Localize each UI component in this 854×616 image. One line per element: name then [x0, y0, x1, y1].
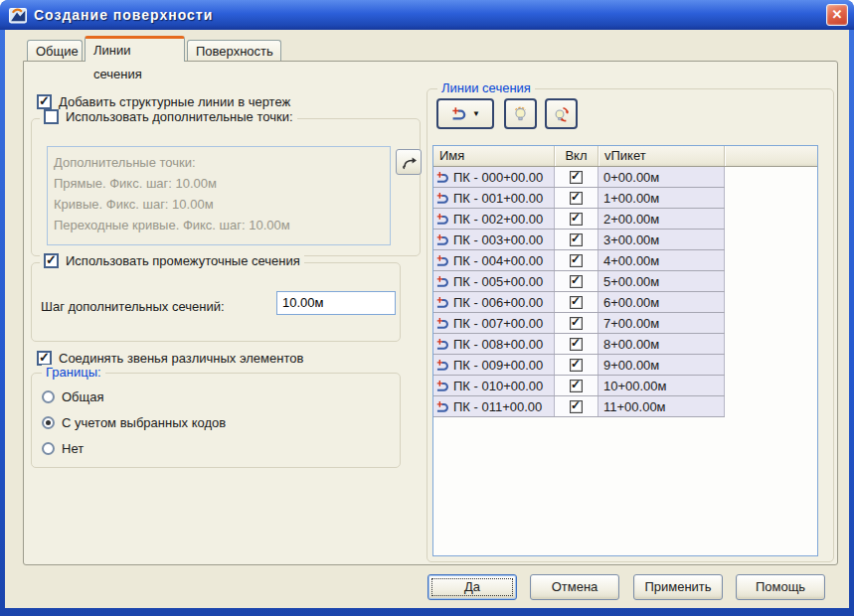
radio-common[interactable] — [42, 390, 55, 403]
add-structural-lines-checkbox[interactable] — [37, 94, 52, 109]
connect-links-checkbox[interactable] — [37, 351, 52, 366]
row-station: 6+00.00м — [603, 295, 659, 310]
radio-common-label: Общая — [62, 389, 104, 404]
ok-button[interactable]: Да — [427, 574, 517, 600]
row-enabled-checkbox[interactable] — [570, 380, 583, 392]
row-enabled-checkbox[interactable] — [570, 254, 583, 267]
table-row[interactable]: ПК - 011+00.00 11+00.00м — [433, 396, 817, 417]
section-line-icon — [435, 359, 450, 372]
section-line-icon — [450, 106, 468, 121]
info-line: Прямые. Фикс. шаг: 10.00м — [54, 173, 384, 194]
window-title: Создание поверхности — [34, 7, 213, 23]
table-row[interactable]: ПК - 000+00.00 0+00.00м — [433, 167, 817, 188]
section-lines-group: Линии сечения ▼ Имя Вкл vПикет — [427, 88, 834, 562]
titlebar[interactable]: Создание поверхности ✕ — [0, 0, 854, 30]
row-name: ПК - 009+00.00 — [453, 358, 543, 373]
additional-points-group: Использовать дополнительные точки: Допол… — [31, 118, 421, 256]
intermediate-sections-group: Использовать промежуточные сечения Шаг д… — [31, 262, 401, 342]
row-enabled-checkbox[interactable] — [570, 296, 583, 309]
table-row[interactable]: ПК - 010+00.00 10+00.00м — [433, 376, 817, 396]
row-enabled-checkbox[interactable] — [570, 171, 583, 184]
table-row[interactable]: ПК - 009+00.00 9+00.00м — [433, 355, 817, 376]
column-header-name[interactable]: Имя — [433, 146, 555, 166]
row-station: 10+00.00м — [603, 379, 667, 393]
column-header-station[interactable]: vПикет — [598, 146, 725, 166]
row-station: 1+00.00м — [603, 191, 659, 206]
lightbulb-icon — [512, 105, 529, 122]
tab-poverkhnost[interactable]: Поверхность — [187, 40, 281, 62]
table-row[interactable]: ПК - 002+00.00 2+00.00м — [433, 209, 817, 230]
connect-links-row: Соединять звенья различных элементов — [37, 351, 303, 366]
add-structural-lines-label: Добавить структурные линии в чертеж — [59, 94, 290, 109]
use-intermediate-sections-checkbox[interactable] — [44, 253, 59, 268]
section-line-icon — [435, 254, 450, 267]
use-intermediate-sections-label: Использовать промежуточные сечения — [66, 253, 300, 268]
row-station: 2+00.00м — [603, 212, 659, 227]
table-row[interactable]: ПК - 004+00.00 4+00.00м — [433, 250, 817, 271]
section-line-icon — [435, 171, 450, 184]
add-section-line-button[interactable]: ▼ — [436, 98, 494, 129]
row-enabled-checkbox[interactable] — [570, 213, 583, 226]
border-option-none[interactable]: Нет — [42, 441, 84, 456]
table-row[interactable]: ПК - 003+00.00 3+00.00м — [433, 230, 817, 250]
row-name: ПК - 002+00.00 — [453, 212, 543, 227]
table-row[interactable]: ПК - 005+00.00 5+00.00м — [433, 271, 817, 292]
section-lines-table: Имя Вкл vПикет ПК - 000+00.00 0+00.00м — [432, 145, 818, 556]
add-structural-lines-row: Добавить структурные линии в чертеж — [37, 94, 290, 109]
intermediate-sections-header: Использовать промежуточные сечения — [40, 253, 304, 268]
row-station: 7+00.00м — [603, 316, 659, 331]
tab-label: Линии сечения — [93, 43, 142, 81]
help-button[interactable]: Помощь — [736, 574, 825, 600]
section-line-icon — [435, 380, 450, 392]
table-row[interactable]: ПК - 007+00.00 7+00.00м — [433, 313, 817, 334]
row-enabled-checkbox[interactable] — [570, 317, 583, 330]
table-row[interactable]: ПК - 008+00.00 8+00.00м — [433, 334, 817, 355]
info-line: Кривые. Фикс. шаг: 10.00м — [54, 194, 384, 215]
radio-selected-codes-label: С учетом выбранных кодов — [62, 415, 226, 430]
toggle-visibility-button[interactable] — [504, 98, 537, 129]
reverse-points-button[interactable] — [396, 149, 422, 175]
use-additional-points-checkbox[interactable] — [44, 109, 59, 124]
section-line-icon — [435, 296, 450, 309]
step-label: Шаг дополнительных сечений: — [41, 299, 225, 314]
row-enabled-checkbox[interactable] — [570, 338, 583, 351]
radio-selected-codes[interactable] — [42, 416, 55, 429]
reverse-arrow-icon — [400, 153, 418, 171]
row-station: 5+00.00м — [603, 274, 659, 289]
row-name: ПК - 003+00.00 — [453, 232, 543, 247]
row-enabled-checkbox[interactable] — [570, 233, 583, 246]
toggle-all-visibility-button[interactable] — [545, 98, 578, 129]
step-input[interactable]: 10.00м — [276, 291, 396, 315]
apply-button[interactable]: Применить — [633, 574, 723, 600]
connect-links-label: Соединять звенья различных элементов — [59, 351, 303, 366]
use-additional-points-label: Использовать дополнительные точки: — [66, 109, 293, 124]
row-station: 9+00.00м — [603, 358, 659, 373]
row-station: 11+00.00м — [603, 399, 666, 414]
tab-obschie[interactable]: Общие — [27, 40, 83, 62]
close-button[interactable]: ✕ — [826, 4, 848, 26]
row-enabled-checkbox[interactable] — [570, 359, 583, 372]
app-icon — [8, 6, 28, 24]
dialog-window: Создание поверхности ✕ Общие Линии сечен… — [0, 0, 854, 616]
cancel-button[interactable]: Отмена — [530, 574, 619, 600]
row-name: ПК - 008+00.00 — [453, 337, 543, 352]
column-header-enabled[interactable]: Вкл — [555, 146, 598, 166]
border-option-common[interactable]: Общая — [42, 389, 104, 404]
row-enabled-checkbox[interactable] — [570, 192, 583, 205]
table-row[interactable]: ПК - 006+00.00 6+00.00м — [433, 292, 817, 313]
tab-linii-secheniya[interactable]: Линии сечения — [85, 36, 185, 62]
row-station: 3+00.00м — [603, 232, 659, 247]
radio-none[interactable] — [42, 442, 55, 455]
row-enabled-checkbox[interactable] — [570, 400, 583, 413]
row-enabled-checkbox[interactable] — [570, 275, 583, 288]
section-lines-rows: ПК - 000+00.00 0+00.00м ПК - 001+00.00 1… — [433, 167, 817, 417]
row-name: ПК - 007+00.00 — [453, 316, 543, 331]
tab-label: Общие — [36, 44, 79, 59]
section-line-icon — [435, 233, 450, 246]
border-option-selected-codes[interactable]: С учетом выбранных кодов — [42, 415, 226, 430]
row-name: ПК - 001+00.00 — [453, 191, 543, 206]
section-line-icon — [435, 317, 450, 330]
table-row[interactable]: ПК - 001+00.00 1+00.00м — [433, 188, 817, 209]
radio-none-label: Нет — [62, 441, 84, 456]
column-header-filler — [725, 146, 817, 166]
